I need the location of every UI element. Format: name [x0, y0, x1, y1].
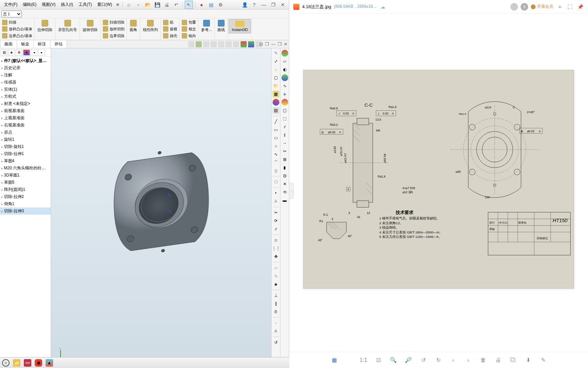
slot-icon[interactable]: ⬭	[273, 135, 279, 141]
minimize-icon[interactable]: —	[260, 1, 268, 9]
doc-max-icon[interactable]: ❐	[278, 42, 282, 47]
restore-icon[interactable]: ❐	[269, 1, 277, 9]
circle-icon[interactable]: ○	[273, 143, 279, 150]
feature-tree[interactable]: 件7 (默认<<默认>_显示状 历史记录 注解 传感器 实体(1) 方程式 材质…	[0, 57, 51, 363]
tree-item[interactable]: 实体(1)	[0, 86, 51, 93]
netease-icon[interactable]: ◉	[35, 359, 42, 367]
pin-icon[interactable]: 📌	[576, 3, 584, 11]
trim-icon[interactable]: ✂	[273, 209, 279, 216]
tree-item[interactable]: 历史记录	[0, 64, 51, 72]
rotate-left-icon[interactable]: ↺	[420, 356, 427, 364]
tree-item[interactable]: 倒角1	[0, 200, 51, 208]
cmd-boundary[interactable]: 边界凸台/基体	[1, 33, 34, 39]
fullscreen-icon[interactable]: ⛶	[566, 3, 574, 11]
cmd-rib[interactable]: 筋	[162, 19, 179, 26]
save-icon[interactable]: 💾	[153, 1, 161, 9]
cmd-loft[interactable]: 放样凸台/基体	[1, 26, 34, 32]
display-state-select[interactable]: 态 1	[1, 11, 22, 17]
text2-icon[interactable]: A	[273, 328, 279, 335]
rgb2-icon[interactable]	[281, 74, 288, 81]
tree-tab-appearance[interactable]: ●	[23, 49, 30, 56]
menu-view[interactable]: 视图(V)	[39, 0, 58, 9]
cmd-instant3d[interactable]: Instant3D	[229, 19, 251, 33]
smart-dim-icon[interactable]: ⤢	[273, 58, 279, 65]
render-icon[interactable]	[241, 41, 247, 47]
fit-icon[interactable]: ⊡	[375, 356, 382, 364]
tree-item[interactable]: 草图5	[0, 179, 51, 186]
folder-icon[interactable]: 📁	[273, 82, 279, 89]
display-icon[interactable]: ▫	[273, 320, 279, 326]
next-icon[interactable]: ›	[464, 356, 472, 364]
surf-del-icon[interactable]: ✕	[281, 181, 288, 187]
tree-item[interactable]: 草图4	[0, 157, 51, 165]
tree-item[interactable]: 原点	[0, 129, 51, 136]
menu-file[interactable]: 文件(F)	[1, 0, 20, 9]
repair-icon[interactable]: ↺	[273, 339, 279, 346]
tree-item[interactable]: 3D草图1	[0, 172, 51, 179]
surf-extend-icon[interactable]: →	[281, 140, 288, 147]
arc-icon[interactable]: ⌒	[273, 159, 279, 166]
offset-icon[interactable]: ⫽	[273, 226, 279, 232]
view-cube-icon[interactable]	[196, 41, 202, 47]
avatar[interactable]	[510, 3, 518, 11]
appearance2-icon[interactable]	[273, 99, 279, 106]
plane-icon[interactable]: ▱	[273, 264, 279, 271]
cmd-linear-pattern[interactable]: 线性阵列	[141, 19, 160, 33]
surf-loft-icon[interactable]: ◈	[281, 91, 288, 97]
cmd-sweep-cut[interactable]: 扫描切除	[101, 19, 126, 26]
vip-button[interactable]: 开通会员	[531, 4, 553, 10]
tree-tab-config[interactable]: ◈	[8, 49, 15, 56]
tree-tab-prev[interactable]: ◂	[31, 49, 37, 56]
cmd-revolve-cut[interactable]: 旋转切除	[81, 19, 100, 33]
tree-item[interactable]: 前视基准面	[0, 107, 51, 114]
tree-item[interactable]: 切除-拉伸1	[0, 150, 51, 157]
cmd-extrude-cut[interactable]: 拉伸切除	[35, 19, 54, 33]
cmd-intersect[interactable]: 相交	[180, 26, 197, 32]
tab-evaluate[interactable]: 评估	[50, 40, 67, 48]
user-icon[interactable]: 👤	[241, 1, 249, 9]
rect-icon[interactable]: ▭	[273, 126, 279, 133]
rebuild-icon[interactable]: ●	[197, 1, 206, 9]
viewport-3d[interactable]: Y X Z	[51, 48, 271, 368]
cloud-icon[interactable]: ☁	[379, 3, 387, 11]
tab-sheetmetal[interactable]: 钣金	[17, 40, 34, 48]
rotate-right-icon[interactable]: ↻	[435, 356, 442, 364]
tab-surface[interactable]: 曲面	[0, 40, 17, 48]
cmd-wrap[interactable]: 包覆	[180, 19, 197, 26]
ellipse-icon[interactable]: ⬯	[273, 167, 279, 174]
helix-icon[interactable]: ∿	[273, 273, 279, 279]
cmd-loft-cut[interactable]: 放样切割	[101, 26, 126, 32]
tree-item[interactable]: 右视基准面	[0, 122, 51, 129]
surf-cut-icon[interactable]: ⊟	[281, 172, 288, 179]
cmd-reference[interactable]: 参考...	[199, 19, 214, 33]
print-icon[interactable]: 🖨	[163, 1, 171, 9]
surf-ruled-icon[interactable]: ⫿	[281, 132, 288, 138]
edit-icon[interactable]: ✎	[539, 356, 547, 364]
badge-icon[interactable]: S	[521, 3, 528, 11]
home-icon[interactable]: ⌂	[125, 1, 133, 9]
doc-min-icon[interactable]: ⊟	[259, 42, 263, 47]
tree-root[interactable]: 件7 (默认<<默认>_显示状	[0, 57, 51, 64]
options-icon[interactable]: ⚙	[216, 1, 225, 9]
menu-icon[interactable]: ≡	[556, 3, 564, 11]
cmd-curves[interactable]: 曲线	[215, 19, 227, 33]
appearance-icon[interactable]	[233, 41, 239, 47]
doc-restore-icon[interactable]: ❐	[265, 42, 269, 47]
doc-min2-icon[interactable]: —	[271, 42, 276, 47]
relation2-icon[interactable]: ∥	[273, 300, 279, 307]
relation-icon[interactable]: ⊥	[273, 292, 279, 299]
tree-item[interactable]: 方程式	[0, 93, 51, 100]
tree-item[interactable]: M20 六角头螺栓的柱形沉	[0, 165, 51, 172]
box-icon[interactable]: ▢	[273, 74, 279, 81]
tree-item[interactable]: 上视基准面	[0, 114, 51, 122]
mirror2-icon[interactable]: ⎅	[273, 237, 279, 244]
surf-fill-icon[interactable]: ⬚	[281, 115, 288, 122]
point-icon[interactable]: •	[273, 190, 279, 197]
menu-tools[interactable]: 工具(T)	[76, 0, 95, 9]
cmd-hole-wizard[interactable]: 异型孔向导	[56, 19, 79, 33]
start-icon[interactable]: ○	[2, 359, 10, 367]
sheet-icon[interactable]: ▤	[207, 1, 215, 9]
zoom-fit-icon[interactable]	[188, 41, 194, 47]
tree-item[interactable]: 切除-旋转1	[0, 143, 51, 150]
tree-item[interactable]: 注解	[0, 72, 51, 79]
